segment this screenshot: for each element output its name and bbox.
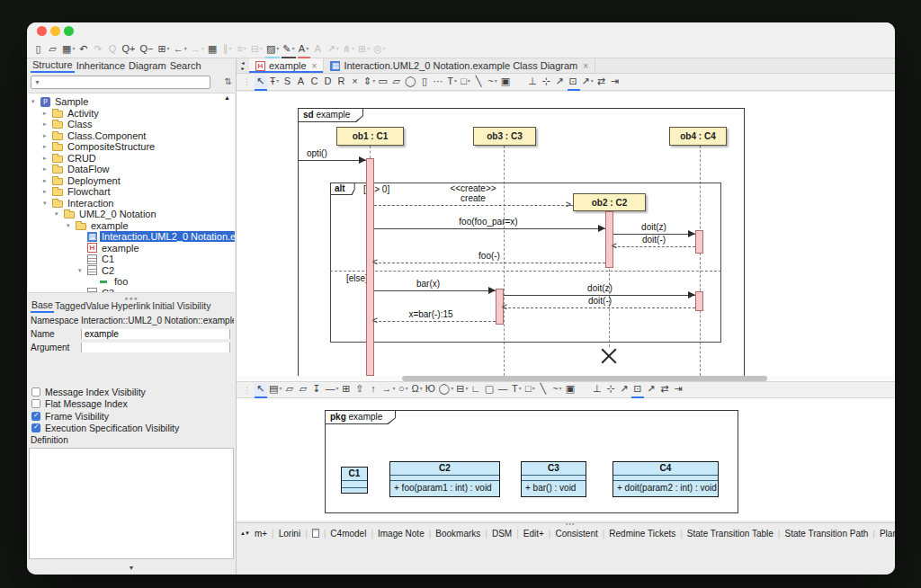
- forward-icon[interactable]: →▾: [190, 43, 205, 57]
- panel-collapse-arrows[interactable]: ◂▸: [237, 58, 249, 73]
- lifeline-head-ob1[interactable]: ob1 : C1: [336, 127, 404, 146]
- else-guard[interactable]: [else]: [346, 273, 368, 283]
- dependency-icon[interactable]: →▾: [380, 383, 396, 396]
- status-bar-item[interactable]: Edit+: [523, 529, 556, 539]
- tree-expander[interactable]: ▸: [43, 155, 52, 162]
- aggregation-icon[interactable]: ○▾: [397, 383, 409, 396]
- destroy-message-icon[interactable]: D: [322, 76, 335, 89]
- align-horizontal-icon[interactable]: ⊹: [604, 383, 617, 396]
- align-vertical-icon[interactable]: ⊥: [591, 383, 604, 396]
- tree-item[interactable]: ▾ C2: [28, 265, 235, 277]
- rect-icon[interactable]: □▾: [523, 383, 536, 396]
- checkbox-row[interactable]: Message Index Visibility: [31, 386, 234, 397]
- message-foo-return[interactable]: [374, 263, 605, 263]
- left-panel-tab[interactable]: Structure: [31, 59, 75, 73]
- note-icon[interactable]: ▯: [419, 76, 432, 89]
- stop-icon[interactable]: ×: [349, 76, 362, 89]
- minimize-window-button[interactable]: [50, 26, 60, 36]
- status-bar-item[interactable]: State Transition Path: [784, 529, 879, 539]
- checkbox[interactable]: [31, 423, 40, 432]
- undo-icon[interactable]: ↶: [77, 43, 90, 57]
- panel-scroll-down-icon[interactable]: ▼: [27, 565, 236, 571]
- combined-fragment-icon[interactable]: ▭: [377, 76, 389, 89]
- model-icon[interactable]: ▱: [297, 383, 309, 396]
- diagram-map-icon[interactable]: ▦: [207, 43, 219, 57]
- align-horizontal-icon[interactable]: ⊹: [541, 76, 553, 89]
- status-bar-item[interactable]: Lorini: [279, 529, 312, 539]
- align-side-icon[interactable]: ∥▾: [221, 43, 234, 57]
- layout-icon[interactable]: ⊞▾: [357, 43, 371, 57]
- message-label[interactable]: bar(x): [416, 279, 440, 289]
- image-icon[interactable]: ▣: [564, 383, 577, 396]
- lifeline-ob1[interactable]: [370, 146, 371, 158]
- line-icon[interactable]: ╲: [537, 383, 550, 396]
- message-bar-return[interactable]: [374, 321, 496, 322]
- state-invariant-icon[interactable]: ◯: [404, 76, 417, 89]
- tree-item[interactable]: ▾ example: [28, 220, 235, 232]
- new-file-icon[interactable]: ▯: [32, 43, 45, 57]
- properties-tab[interactable]: TaggedValue: [54, 300, 111, 312]
- same-width-icon[interactable]: ⇄: [658, 383, 671, 396]
- pointer-icon[interactable]: ↖: [255, 383, 267, 396]
- curve-icon[interactable]: ~▾: [550, 383, 563, 396]
- lifeline-head-ob4[interactable]: ob4 : C4: [669, 127, 727, 146]
- sync-message-icon[interactable]: S: [282, 76, 294, 89]
- editor-tab[interactable]: Interaction.UML2_0 Notation.example Clas…: [324, 58, 595, 73]
- tree-item[interactable]: ▾ UML2_0 Notation: [28, 209, 235, 220]
- tree-item[interactable]: ▸ CompositeStructure: [28, 141, 235, 153]
- line-style-icon[interactable]: ↗▾: [326, 43, 340, 57]
- same-width-icon[interactable]: ⇄: [595, 76, 608, 89]
- tree-expander[interactable]: ▾: [31, 98, 40, 105]
- align-stack-icon[interactable]: ≡▾: [236, 43, 248, 57]
- tree-item[interactable]: ▸ Deployment: [28, 175, 235, 187]
- table-icon[interactable]: ⊞: [340, 383, 353, 396]
- tree-item[interactable]: ▾ Sample: [28, 96, 235, 108]
- checkbox-row[interactable]: Frame Visibility: [31, 410, 234, 422]
- note-anchor-icon[interactable]: ⋯: [433, 76, 445, 89]
- tree-item[interactable]: ▸ CRUD: [28, 153, 235, 165]
- composition-icon[interactable]: Ω▾: [410, 383, 423, 396]
- font-color-icon[interactable]: A▾: [298, 43, 310, 57]
- sort-icon[interactable]: ⇅: [225, 76, 232, 86]
- status-bar-item[interactable]: m+: [255, 529, 279, 539]
- zoom-out-icon[interactable]: Q−: [139, 43, 155, 57]
- duration-icon[interactable]: ⇕▾: [362, 76, 376, 89]
- class-icon[interactable]: ▤▾: [268, 383, 282, 396]
- tree-expander[interactable]: ▾: [67, 222, 76, 229]
- checkbox[interactable]: [31, 399, 40, 408]
- open-icon[interactable]: ▱: [47, 43, 59, 57]
- line-icon[interactable]: ╲: [473, 76, 486, 89]
- left-panel-tab[interactable]: Search: [168, 60, 203, 72]
- align-vertical-icon[interactable]: ⊥: [527, 76, 540, 89]
- adjust-arrow-icon[interactable]: ↗: [554, 76, 567, 89]
- tree-item[interactable]: C3: [28, 288, 235, 294]
- tree-expander[interactable]: ▸: [43, 120, 52, 128]
- back-icon[interactable]: ←▾: [173, 43, 188, 57]
- activation-ob2[interactable]: [605, 211, 613, 268]
- tree-item[interactable]: ▸ Class.Component: [28, 130, 235, 142]
- properties-tab[interactable]: Initial Visibility: [151, 300, 211, 312]
- tree-scroll-up-icon[interactable]: ▲: [224, 94, 230, 101]
- text-icon[interactable]: T▾: [446, 76, 459, 89]
- left-panel-tab[interactable]: Diagram: [127, 60, 168, 72]
- gap[interactable]: [577, 383, 590, 396]
- status-bar-item[interactable]: Consistent: [555, 529, 609, 539]
- name-field[interactable]: [81, 329, 230, 339]
- corner-line-icon[interactable]: ∟: [469, 383, 482, 396]
- line-jump-icon[interactable]: ↗: [645, 383, 657, 396]
- tree-item[interactable]: ▸ Class: [28, 119, 235, 130]
- package-icon[interactable]: ▱: [283, 383, 296, 396]
- definition-textarea[interactable]: [29, 448, 234, 559]
- tree-item[interactable]: ▸ Flowchart: [28, 186, 235, 198]
- pin-icon[interactable]: ↧: [310, 383, 323, 396]
- tree-expander[interactable]: ▸: [43, 110, 52, 117]
- adjust-arrow-icon[interactable]: ↗: [618, 383, 630, 396]
- editor-tab[interactable]: example ×: [249, 58, 324, 73]
- tree-expander[interactable]: ▸: [43, 165, 52, 173]
- message-stereotype[interactable]: <<create>>: [450, 183, 496, 193]
- tree-filter-input[interactable]: [31, 76, 210, 89]
- message-opti[interactable]: [298, 160, 366, 161]
- image-icon[interactable]: ▣: [500, 76, 513, 89]
- anchor-icon[interactable]: —: [496, 383, 509, 396]
- usage-icon[interactable]: Ю: [425, 383, 437, 396]
